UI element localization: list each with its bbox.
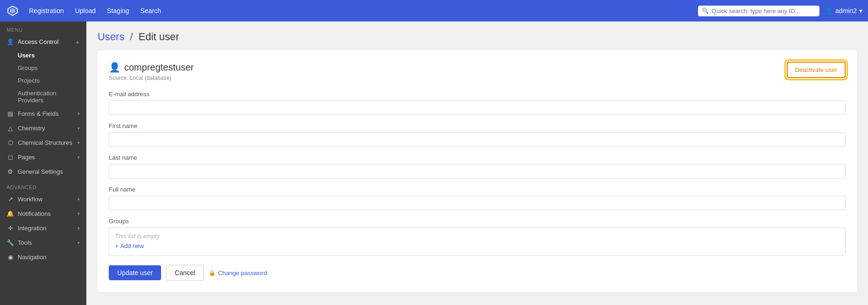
- user-icon: 👤: [825, 7, 833, 14]
- nav-upload[interactable]: Upload: [71, 4, 100, 17]
- sidebar-item-pages[interactable]: ◻ Pages ▾: [0, 150, 86, 164]
- form-actions: Update user Cancel 🔒 Change password: [109, 265, 846, 281]
- chevron-down-icon5: ▾: [78, 197, 80, 202]
- sidebar-sub-users[interactable]: Users: [0, 49, 86, 62]
- chevron-down-icon: ▾: [859, 7, 862, 14]
- navigation-icon: ◉: [7, 254, 14, 261]
- change-password-link[interactable]: 🔒 Change password: [209, 270, 267, 277]
- chemistry-icon: △: [7, 125, 14, 132]
- chevron-down-icon: ▾: [78, 111, 80, 116]
- groups-field-group: Groups This list is empty + Add new: [109, 218, 846, 255]
- main-layout: MENU 👤 Access Control ▲ Users Groups Pro…: [0, 21, 868, 305]
- groups-box: This list is empty + Add new: [109, 227, 846, 255]
- pages-icon: ◻: [7, 154, 14, 161]
- username-display: compregtestuser: [124, 62, 194, 73]
- nav-staging[interactable]: Staging: [102, 4, 134, 17]
- groups-label: Groups: [109, 218, 846, 225]
- user-header: 👤 compregtestuser Source: Local (databas…: [109, 62, 846, 81]
- sidebar-item-navigation[interactable]: ◉ Navigation: [0, 250, 86, 264]
- breadcrumb-current: Edit user: [139, 31, 179, 43]
- sidebar-item-forms-fields[interactable]: ▤ Forms & Fields ▾: [0, 106, 86, 121]
- workflow-label: Workflow: [18, 196, 42, 203]
- search-icon: 🔍: [702, 7, 709, 14]
- update-user-button[interactable]: Update user: [109, 265, 161, 280]
- advanced-section-label: ADVANCED: [0, 179, 86, 192]
- chevron-down-icon6: ▾: [78, 211, 80, 216]
- user-source: Source: Local (database): [109, 75, 194, 81]
- nav-links: Registration Upload Staging Search: [24, 4, 698, 17]
- top-navigation: Registration Upload Staging Search 🔍 👤 a…: [0, 0, 868, 21]
- sidebar-item-access-control[interactable]: 👤 Access Control ▲: [0, 35, 86, 49]
- lastname-label: Last name: [109, 154, 846, 161]
- firstname-label: First name: [109, 122, 846, 129]
- deactivate-user-button[interactable]: Deactivate user: [787, 62, 846, 78]
- pages-label: Pages: [18, 154, 35, 161]
- firstname-field-group: First name: [109, 122, 846, 147]
- access-control-label: Access Control: [18, 38, 58, 45]
- access-control-icon: 👤: [7, 38, 14, 45]
- add-new-label: Add new: [120, 242, 144, 249]
- forms-label: Forms & Fields: [18, 110, 58, 117]
- chevron-down-icon2: ▾: [78, 126, 80, 131]
- notifications-icon: 🔔: [7, 210, 14, 217]
- search-input[interactable]: [712, 7, 816, 14]
- chemical-structures-label: Chemical Structures: [18, 139, 72, 146]
- sidebar-sub-auth-providers[interactable]: Authentication Providers: [0, 87, 86, 106]
- cancel-button[interactable]: Cancel: [166, 265, 204, 281]
- chevron-down-icon8: ▾: [78, 240, 80, 245]
- tools-label: Tools: [18, 239, 32, 246]
- sidebar-item-tools[interactable]: 🔧 Tools ▾: [0, 235, 86, 250]
- app-logo[interactable]: [6, 4, 20, 18]
- workflow-icon: ↗: [7, 196, 14, 203]
- chemistry-label: Chemistry: [18, 125, 45, 132]
- menu-section-label: MENU: [0, 21, 86, 35]
- admin-user-menu[interactable]: 👤 admin2 ▾: [825, 7, 862, 14]
- lastname-field-group: Last name: [109, 154, 846, 178]
- sidebar: MENU 👤 Access Control ▲ Users Groups Pro…: [0, 21, 86, 305]
- integration-label: Integration: [18, 225, 46, 232]
- nav-search[interactable]: Search: [136, 4, 166, 17]
- chevron-down-icon7: ▾: [78, 226, 80, 231]
- lastname-input[interactable]: [109, 164, 846, 178]
- add-new-group-link[interactable]: + Add new: [115, 242, 144, 249]
- notifications-label: Notifications: [18, 210, 51, 217]
- sidebar-item-chemical-structures[interactable]: ⬡ Chemical Structures ▾: [0, 135, 86, 150]
- groups-empty-message: This list is empty: [115, 233, 840, 240]
- sidebar-item-chemistry[interactable]: △ Chemistry ▾: [0, 121, 86, 135]
- chevron-down-icon3: ▾: [78, 140, 80, 145]
- fullname-label: Full name: [109, 186, 846, 193]
- navigation-label: Navigation: [18, 254, 46, 261]
- settings-icon: ⚙: [7, 168, 14, 175]
- svg-marker-1: [10, 8, 15, 14]
- email-label: E-mail address: [109, 91, 846, 98]
- edit-user-card: 👤 compregtestuser Source: Local (databas…: [98, 50, 857, 292]
- nav-registration[interactable]: Registration: [24, 4, 69, 17]
- tools-icon: 🔧: [7, 239, 14, 246]
- chemical-structures-icon: ⬡: [7, 139, 14, 146]
- content-area: Users / Edit user 👤 compregtestuser Sour…: [86, 21, 868, 305]
- breadcrumb-parent[interactable]: Users: [98, 31, 124, 43]
- nav-right: 🔍 👤 admin2 ▾: [698, 6, 862, 16]
- lock-icon: 🔒: [209, 270, 216, 276]
- chevron-down-icon4: ▾: [78, 155, 80, 160]
- user-avatar-icon: 👤: [109, 62, 120, 73]
- sidebar-item-workflow[interactable]: ↗ Workflow ▾: [0, 192, 86, 206]
- admin-username: admin2: [835, 7, 857, 14]
- general-settings-label: General Settings: [18, 168, 63, 175]
- chevron-up-icon: ▲: [75, 39, 80, 44]
- sidebar-item-integration[interactable]: ✛ Integration ▾: [0, 221, 86, 235]
- sidebar-item-general-settings[interactable]: ⚙ General Settings: [0, 164, 86, 179]
- user-info: 👤 compregtestuser Source: Local (databas…: [109, 62, 194, 81]
- change-password-label: Change password: [218, 270, 267, 277]
- email-input[interactable]: [109, 100, 846, 115]
- plus-icon: +: [115, 242, 119, 249]
- breadcrumb-separator: /: [130, 31, 136, 43]
- fullname-field-group: Full name: [109, 186, 846, 210]
- global-search-box[interactable]: 🔍: [698, 6, 819, 16]
- sidebar-sub-projects[interactable]: Projects: [0, 74, 86, 87]
- fullname-input[interactable]: [109, 196, 846, 210]
- firstname-input[interactable]: [109, 132, 846, 147]
- sidebar-sub-groups[interactable]: Groups: [0, 62, 86, 74]
- sidebar-item-notifications[interactable]: 🔔 Notifications ▾: [0, 206, 86, 221]
- breadcrumb: Users / Edit user: [98, 31, 857, 43]
